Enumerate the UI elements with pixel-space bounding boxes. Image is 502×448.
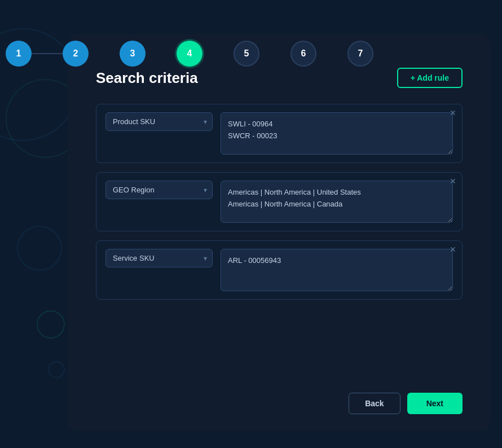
rule-2-select-wrapper: GEO Region Product SKU Service SKU Custo… [105,181,213,199]
rule-2-textarea[interactable]: Americas | North America | United States… [221,181,453,223]
rule-2-select-container: GEO Region Product SKU Service SKU Custo… [105,181,213,199]
header-row: Search criteria + Add rule [96,68,463,88]
main-card: Search criteria + Add rule ✕ Product SKU… [68,34,491,431]
rule-1-select-wrapper: Product SKU Service SKU GEO Region Custo… [105,112,213,131]
rule-2-select[interactable]: GEO Region Product SKU Service SKU Custo… [105,181,213,199]
rule-3-textarea[interactable]: ARL - 00056943 [221,249,453,291]
rule-1-select-container: Product SKU Service SKU GEO Region Custo… [105,112,213,131]
rule-card-3: ✕ Service SKU Product SKU GEO Region Cus… [96,240,463,300]
rule-1-select[interactable]: Product SKU Service SKU GEO Region Custo… [105,112,213,131]
rule-1-textarea[interactable]: SWLI - 00964 SWCR - 00023 [221,112,453,155]
step-1[interactable]: 1 [6,41,32,67]
step-5[interactable]: 5 [234,41,259,67]
rules-container: ✕ Product SKU Service SKU GEO Region Cus… [96,104,463,374]
step-4[interactable]: 4 [177,41,202,67]
add-rule-button[interactable]: + Add rule [397,68,463,88]
step-3[interactable]: 3 [120,41,146,67]
step-line-1 [32,53,63,54]
rule-card-2: ✕ GEO Region Product SKU Service SKU Cus… [96,172,463,231]
close-icon-2[interactable]: ✕ [450,177,456,185]
step-6[interactable]: 6 [290,41,316,67]
page-wrapper: 1 2 3 4 5 6 7 Search criteria + Add rule… [0,0,502,448]
step-7[interactable]: 7 [347,41,373,67]
step-2[interactable]: 2 [63,41,89,67]
close-icon-1[interactable]: ✕ [450,109,456,117]
back-button[interactable]: Back [349,393,400,414]
rule-3-select-container: Service SKU Product SKU GEO Region Custo… [105,249,213,267]
footer-row: Back Next [96,387,463,414]
rule-3-select[interactable]: Service SKU Product SKU GEO Region Custo… [105,249,213,267]
rule-card-1: ✕ Product SKU Service SKU GEO Region Cus… [96,104,463,163]
page-title: Search criteria [96,69,198,87]
rule-3-select-wrapper: Service SKU Product SKU GEO Region Custo… [105,249,213,267]
close-icon-3[interactable]: ✕ [450,245,456,253]
next-button[interactable]: Next [407,393,463,414]
